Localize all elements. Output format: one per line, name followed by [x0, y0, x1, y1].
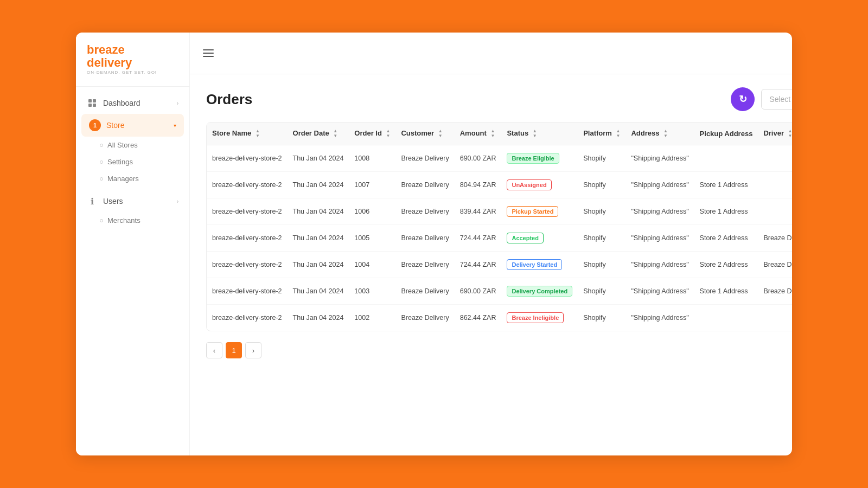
cell-pickup-address: Store 2 Address	[694, 225, 758, 252]
cell-customer: Breaze Delivery	[395, 278, 454, 305]
sidebar-subitem-settings[interactable]: Settings	[76, 153, 189, 170]
col-status: Status ▲▼	[501, 123, 578, 145]
col-amount: Amount ▲▼	[455, 123, 502, 145]
col-driver: Driver ▲▼	[758, 123, 792, 145]
col-pickup-address: Pickup Address	[694, 123, 758, 145]
sort-driver[interactable]: ▲▼	[788, 129, 792, 138]
cell-platform: Shopify	[578, 145, 626, 172]
cell-address: "Shipping Address"	[626, 172, 694, 198]
cell-address: "Shipping Address"	[626, 305, 694, 331]
cell-store-name: breaze-delivery-store-2	[207, 252, 288, 278]
status-badge: Breaze Eligible	[507, 153, 559, 164]
col-pickup-label: Pickup Address	[700, 130, 753, 138]
cell-platform: Shopify	[578, 278, 626, 305]
sort-platform[interactable]: ▲▼	[616, 129, 621, 138]
sort-customer[interactable]: ▲▼	[438, 129, 443, 138]
table-row: breaze-delivery-store-2 Thu Jan 04 2024 …	[207, 305, 792, 331]
cell-customer: Breaze Delivery	[395, 305, 454, 331]
sort-store-name[interactable]: ▲▼	[256, 129, 260, 138]
cell-store-name: breaze-delivery-store-2	[207, 225, 288, 252]
cell-status: Delivery Completed	[501, 278, 578, 305]
col-address-label: Address	[631, 129, 659, 137]
cell-order-id: 1004	[349, 252, 395, 278]
sidebar-item-dashboard[interactable]: Dashboard ›	[76, 92, 189, 114]
orders-table-wrapper: Store Name ▲▼ Order Date ▲▼ Order Id ▲▼	[206, 122, 792, 331]
orders-table: Store Name ▲▼ Order Date ▲▼ Order Id ▲▼	[207, 123, 792, 331]
sidebar-label-users: Users	[103, 197, 123, 206]
cell-address: "Shipping Address"	[626, 198, 694, 225]
refresh-button[interactable]: ↻	[731, 87, 755, 111]
cell-platform: Shopify	[578, 198, 626, 225]
dot-icon	[100, 219, 103, 222]
cell-driver: Breaze Driver 1	[758, 225, 792, 252]
sidebar-item-store[interactable]: 1 Store ▾	[81, 114, 184, 137]
page-content: Orders ↻ Select Batch Action Create Orde…	[190, 74, 792, 455]
grid-icon	[87, 98, 98, 108]
col-order-id-label: Order Id	[354, 129, 382, 137]
col-status-label: Status	[507, 129, 528, 137]
sidebar-subitem-merchants[interactable]: Merchants	[76, 212, 189, 229]
cell-store-name: breaze-delivery-store-2	[207, 172, 288, 198]
cell-address: "Shipping Address"	[626, 278, 694, 305]
chevron-store: ▾	[174, 123, 176, 129]
sidebar: breaze delivery ON-DEMAND. GET SET. GO! …	[76, 33, 190, 455]
sort-status[interactable]: ▲▼	[533, 129, 537, 138]
cell-pickup-address: Store 1 Address	[694, 278, 758, 305]
sidebar-subitem-all-stores[interactable]: All Stores	[76, 137, 189, 153]
chevron-dashboard: ›	[177, 100, 178, 106]
sort-amount[interactable]: ▲▼	[490, 129, 495, 138]
col-address: Address ▲▼	[626, 123, 694, 145]
cell-customer: Breaze Delivery	[395, 225, 454, 252]
page-1-button[interactable]: 1	[226, 342, 242, 358]
svg-rect-3	[93, 104, 96, 107]
sort-address[interactable]: ▲▼	[663, 129, 668, 138]
col-order-date-label: Order Date	[293, 129, 329, 137]
batch-action-select[interactable]: Select Batch Action	[761, 89, 792, 110]
cell-order-date: Thu Jan 04 2024	[288, 198, 349, 225]
sidebar-label-store: Store	[106, 121, 124, 130]
cell-order-id: 1007	[349, 172, 395, 198]
table-row: breaze-delivery-store-2 Thu Jan 04 2024 …	[207, 225, 792, 252]
next-page-button[interactable]: ›	[245, 342, 261, 358]
status-badge: Accepted	[507, 233, 544, 243]
page-title: Orders	[206, 91, 252, 108]
logo-line1: breaze	[87, 43, 178, 56]
cell-platform: Shopify	[578, 305, 626, 331]
cell-store-name: breaze-delivery-store-2	[207, 305, 288, 331]
status-badge: Breaze Ineligible	[507, 312, 564, 323]
sort-order-id[interactable]: ▲▼	[386, 129, 391, 138]
cell-amount: 804.94 ZAR	[455, 172, 502, 198]
subitem-label-settings: Settings	[107, 158, 133, 166]
cell-driver	[758, 198, 792, 225]
sidebar-subitem-managers[interactable]: Managers	[76, 170, 189, 187]
hamburger-line	[203, 49, 214, 50]
svg-rect-2	[88, 104, 92, 107]
cell-pickup-address	[694, 305, 758, 331]
cell-address: "Shipping Address"	[626, 252, 694, 278]
dot-icon	[100, 144, 103, 147]
table-header-row: Store Name ▲▼ Order Date ▲▼ Order Id ▲▼	[207, 123, 792, 145]
cell-status: Pickup Started	[501, 198, 578, 225]
prev-page-button[interactable]: ‹	[206, 342, 222, 358]
cell-driver	[758, 172, 792, 198]
menu-button[interactable]	[203, 49, 214, 57]
cell-customer: Breaze Delivery	[395, 252, 454, 278]
cell-platform: Shopify	[578, 252, 626, 278]
table-row: breaze-delivery-store-2 Thu Jan 04 2024 …	[207, 145, 792, 172]
cell-store-name: breaze-delivery-store-2	[207, 278, 288, 305]
sort-order-date[interactable]: ▲▼	[333, 129, 337, 138]
status-badge: Pickup Started	[507, 206, 558, 217]
cell-amount: 862.44 ZAR	[455, 305, 502, 331]
cell-status: UnAssigned	[501, 172, 578, 198]
cell-order-date: Thu Jan 04 2024	[288, 145, 349, 172]
cell-order-date: Thu Jan 04 2024	[288, 225, 349, 252]
svg-rect-1	[93, 99, 96, 102]
cell-store-name: breaze-delivery-store-2	[207, 198, 288, 225]
cell-pickup-address	[694, 145, 758, 172]
cell-driver: Breaze Driver 3	[758, 278, 792, 305]
chevron-users: ›	[177, 198, 178, 204]
cell-amount: 839.44 ZAR	[455, 198, 502, 225]
sidebar-item-users[interactable]: ℹ Users ›	[76, 190, 189, 212]
col-customer-label: Customer	[401, 129, 434, 137]
subitem-label-all-stores: All Stores	[107, 141, 138, 149]
